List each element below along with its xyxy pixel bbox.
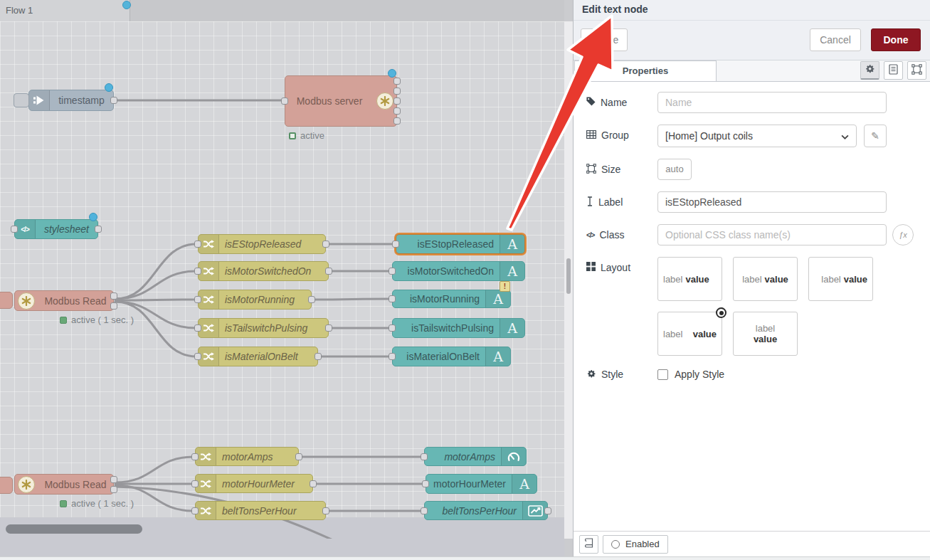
node-ui-beltTonsPerHour[interactable]: beltTonsPerHour (424, 501, 548, 520)
output-port[interactable] (110, 476, 117, 483)
node-change-motorHourMeter[interactable]: motorHourMeter (195, 474, 313, 493)
delete-button[interactable]: Delete (581, 28, 628, 51)
input-port[interactable] (191, 507, 199, 514)
node-description-button[interactable] (884, 61, 903, 80)
node-change-isEStopReleased[interactable]: isEStopReleased (198, 234, 326, 254)
shuffle-icon (199, 290, 219, 309)
layout-option-row-left[interactable]: labelvalue (657, 257, 722, 301)
node-change-isMaterialOnBelt[interactable]: isMaterialOnBelt (198, 347, 318, 366)
input-port[interactable] (389, 268, 396, 275)
node-change-motorAmps[interactable]: motorAmps (195, 447, 299, 466)
layout-option-row-right[interactable]: labelvalue (808, 257, 873, 301)
node-text-isMotorRunning[interactable]: isMotorRunningA (392, 290, 511, 308)
output-port[interactable] (322, 241, 329, 248)
input-port[interactable] (421, 507, 428, 514)
layout-option-row-center[interactable]: labelvalue (733, 257, 798, 301)
node-ui-motorAmps[interactable]: motorAmps (424, 447, 527, 466)
output-port[interactable] (322, 507, 329, 514)
output-port[interactable] (544, 507, 551, 514)
node-appearance-button[interactable] (907, 61, 926, 80)
node-change-isMotorSwitchedOn[interactable]: isMotorSwitchedOn (198, 261, 329, 281)
node-change-isTailswitchPulsing[interactable]: isTailswitchPulsing (198, 318, 329, 338)
node-modbus-server[interactable]: Modbus server (285, 75, 397, 127)
input-port[interactable] (392, 241, 399, 248)
label-input[interactable] (657, 191, 887, 213)
text-a-icon: A (485, 347, 510, 366)
input-port[interactable] (194, 353, 201, 360)
expression-button[interactable]: ƒx (892, 224, 914, 245)
output-port[interactable] (325, 324, 332, 332)
shuffle-icon (199, 347, 219, 366)
inject-button[interactable] (14, 93, 29, 107)
asterisk-icon (18, 292, 35, 310)
input-port[interactable] (194, 268, 201, 275)
node-stylesheet[interactable]: </>stylesheet (14, 219, 98, 239)
text-a-icon: A (500, 262, 524, 280)
output-port[interactable] (308, 296, 315, 303)
tab-properties[interactable]: Properties (574, 60, 717, 81)
node-modbus-read-1[interactable]: Modbus Read (14, 290, 114, 311)
cancel-button[interactable]: Cancel (810, 28, 861, 51)
output-port[interactable] (325, 268, 332, 275)
input-port[interactable] (389, 353, 396, 360)
node-change-isMotorRunning[interactable]: isMotorRunning (198, 290, 312, 310)
layout-option-stacked[interactable]: labelvalue (733, 312, 798, 356)
name-input[interactable] (657, 92, 887, 113)
group-select[interactable]: [Home] Output coils (657, 125, 857, 147)
output-port[interactable] (315, 353, 322, 360)
input-port[interactable] (194, 241, 201, 248)
output-port[interactable] (110, 292, 117, 300)
edit-group-button[interactable]: ✎ (864, 125, 887, 147)
node-text-isMotorSwitchedOn[interactable]: isMotorSwitchedOnA (392, 261, 525, 281)
apply-style-checkbox[interactable] (657, 369, 668, 380)
input-port[interactable] (194, 296, 201, 303)
output-port[interactable] (110, 486, 117, 493)
node-text-isMaterialOnBelt[interactable]: isMaterialOnBeltA (392, 347, 511, 366)
vertical-scrollbar[interactable] (566, 258, 571, 294)
tab-flow-1[interactable]: Flow 1 (0, 0, 130, 21)
input-port[interactable] (421, 453, 428, 460)
layout-option-row-spread-selected[interactable]: labelvalue (657, 312, 722, 356)
class-row: </> Class ƒx (586, 224, 919, 245)
input-port[interactable] (389, 324, 396, 332)
node-label: motorAmps (425, 451, 501, 463)
input-port[interactable] (191, 480, 199, 487)
horizontal-scrollbar[interactable] (6, 524, 142, 534)
input-port[interactable] (422, 480, 429, 487)
node-edge-node-2[interactable] (0, 477, 13, 494)
output-port[interactable] (393, 88, 401, 95)
enabled-toggle-button[interactable]: Enabled (603, 535, 668, 554)
docs-button[interactable] (579, 535, 598, 554)
output-port[interactable] (393, 78, 401, 85)
output-port[interactable] (393, 117, 401, 125)
tray-title: Edit text node (582, 4, 648, 15)
node-status: active ( 1 sec. ) (60, 498, 134, 509)
node-text-isTailswitchPulsing[interactable]: isTailswitchPulsingA (392, 318, 525, 338)
input-port[interactable] (389, 295, 396, 302)
node-timestamp[interactable]: timestamp (28, 90, 114, 111)
output-port[interactable] (110, 302, 117, 310)
input-port[interactable] (194, 324, 201, 332)
output-port[interactable] (310, 480, 317, 487)
input-port[interactable] (281, 97, 288, 105)
apply-style-control: Apply Style (657, 367, 724, 381)
divider (574, 20, 930, 21)
node-modbus-read-2[interactable]: Modbus Read (14, 474, 114, 495)
vertical-scrollbar-track[interactable] (564, 21, 573, 539)
output-port[interactable] (295, 453, 302, 460)
size-button[interactable]: auto (657, 159, 692, 180)
done-button[interactable]: Done (871, 28, 921, 51)
node-change-beltTonsPerHour[interactable]: beltTonsPerHour (195, 501, 326, 520)
output-port[interactable] (393, 107, 401, 115)
node-properties-button[interactable] (860, 61, 879, 80)
class-input[interactable] (657, 224, 887, 245)
output-port[interactable] (110, 97, 117, 104)
output-port[interactable] (393, 97, 401, 105)
flow-canvas[interactable]: timestampModbus serveractive</>styleshee… (0, 21, 564, 539)
node-edge-node-1[interactable] (0, 292, 13, 309)
node-text-isEStopReleased[interactable]: isEStopReleasedA (396, 234, 525, 254)
input-port[interactable] (191, 453, 199, 460)
output-port[interactable] (95, 226, 102, 233)
node-ui-motorHourMeter[interactable]: motorHourMeterA (426, 474, 537, 494)
input-port[interactable] (11, 226, 18, 233)
